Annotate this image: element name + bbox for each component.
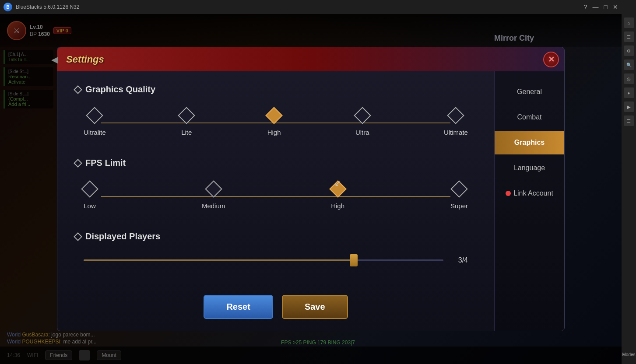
settings-nav: General Combat Graphics Language Link Ac… bbox=[494, 71, 564, 331]
fps-section-diamond-icon bbox=[74, 159, 82, 168]
help-button[interactable]: ? bbox=[584, 4, 587, 10]
quality-label-lite: Lite bbox=[181, 129, 192, 136]
quality-diamond-ultralite bbox=[86, 107, 104, 124]
section-diamond-icon bbox=[74, 85, 82, 94]
quality-diamond-high bbox=[265, 107, 283, 124]
settings-dialog: ◀ Settings ✕ Graphics Quality Ultralite bbox=[57, 47, 565, 331]
quality-label-high: High bbox=[267, 129, 281, 136]
nav-item-general[interactable]: General bbox=[495, 80, 564, 104]
close-button[interactable]: ✕ bbox=[613, 4, 618, 10]
players-slider-track[interactable] bbox=[84, 259, 443, 261]
nav-item-combat[interactable]: Combat bbox=[495, 105, 564, 129]
app-logo: B bbox=[4, 3, 12, 11]
quality-diamond-lite bbox=[178, 107, 195, 124]
quality-option-high[interactable]: High bbox=[267, 109, 281, 136]
fps-label-medium: Medium bbox=[202, 202, 225, 210]
settings-title: Settings bbox=[66, 54, 104, 65]
minimize-button[interactable]: — bbox=[593, 4, 599, 10]
quality-label-ultimate: Ultimate bbox=[444, 129, 468, 136]
nav-item-link-account[interactable]: Link Account bbox=[495, 182, 564, 205]
nav-item-graphics[interactable]: Graphics bbox=[495, 131, 564, 154]
quality-option-lite[interactable]: Lite bbox=[180, 109, 193, 136]
quality-option-ultra[interactable]: Ultra bbox=[355, 109, 369, 136]
reset-button[interactable]: Reset bbox=[204, 295, 273, 319]
bluestacks-sidebar: ⌂ ☰ ⚙ 🔍 ◎ ♦ ▶ ☰ Modes bbox=[622, 0, 636, 364]
players-title: Displayed Players bbox=[85, 231, 160, 242]
restore-button[interactable]: □ bbox=[604, 4, 608, 10]
nav-item-link-account-label: Link Account bbox=[513, 189, 553, 197]
settings-body: Graphics Quality Ultralite Lite High bbox=[57, 71, 564, 331]
fps-limit-title: FPS Limit bbox=[85, 158, 126, 168]
fps-line bbox=[101, 196, 450, 197]
quality-option-ultimate[interactable]: Ultimate bbox=[444, 109, 468, 136]
graphics-quality-header: Graphics Quality bbox=[75, 84, 477, 94]
window-controls: ? — □ ✕ bbox=[584, 4, 618, 10]
sidebar-icon-1[interactable]: ⌂ bbox=[624, 18, 634, 28]
settings-content: Graphics Quality Ultralite Lite High bbox=[57, 71, 494, 331]
fps-option-low[interactable]: Low bbox=[84, 183, 96, 210]
link-account-dot bbox=[506, 191, 511, 196]
modes-label: Modes bbox=[622, 352, 635, 364]
fps-selector: Low Medium ↙ High bbox=[75, 178, 477, 214]
fps-diamond-super bbox=[450, 180, 468, 198]
quality-option-ultralite[interactable]: Ultralite bbox=[84, 109, 106, 136]
sidebar-icon-4[interactable]: 🔍 bbox=[624, 60, 634, 70]
sidebar-icon-7[interactable]: ▶ bbox=[624, 102, 634, 112]
fps-label-low: Low bbox=[84, 202, 96, 210]
title-bar: B BlueStacks 5.6.0.1126 N32 ? — □ ✕ bbox=[0, 0, 622, 14]
quality-diamond-ultra bbox=[354, 107, 371, 124]
settings-close-button[interactable]: ✕ bbox=[543, 52, 559, 67]
fps-option-medium[interactable]: Medium bbox=[202, 183, 225, 210]
settings-header: ◀ Settings ✕ bbox=[57, 47, 564, 71]
fps-option-super[interactable]: Super bbox=[450, 183, 468, 210]
sidebar-icon-2[interactable]: ☰ bbox=[624, 32, 634, 42]
displayed-players-section: Displayed Players 3/4 bbox=[75, 231, 477, 269]
players-header: Displayed Players bbox=[75, 231, 477, 242]
graphics-quality-title: Graphics Quality bbox=[85, 84, 155, 94]
nav-arrow-icon: ◀ bbox=[51, 54, 58, 65]
nav-item-language[interactable]: Language bbox=[495, 156, 564, 180]
fps-limit-section: FPS Limit Low Medium bbox=[75, 158, 477, 214]
sidebar-icon-3[interactable]: ⚙ bbox=[624, 46, 634, 56]
players-slider-value: 3/4 bbox=[450, 256, 468, 264]
sidebar-icon-6[interactable]: ♦ bbox=[624, 88, 634, 98]
players-slider-row: 3/4 bbox=[75, 252, 477, 269]
fps-label-high: High bbox=[331, 202, 344, 210]
fps-diamond-medium bbox=[205, 180, 222, 198]
fps-diamond-high bbox=[329, 180, 347, 198]
fps-diamond-low bbox=[81, 180, 98, 198]
sidebar-icon-5[interactable]: ◎ bbox=[624, 74, 634, 84]
fps-option-high[interactable]: ↙ High bbox=[331, 183, 344, 210]
sidebar-icon-8[interactable]: ☰ bbox=[624, 116, 634, 126]
save-button[interactable]: Save bbox=[282, 295, 348, 319]
quality-label-ultra: Ultra bbox=[355, 129, 369, 136]
players-slider-thumb[interactable] bbox=[350, 254, 358, 266]
fps-limit-header: FPS Limit bbox=[75, 158, 477, 168]
quality-selector: Ultralite Lite High Ultra bbox=[75, 105, 477, 140]
players-diamond-icon bbox=[74, 232, 82, 241]
players-slider-fill bbox=[84, 259, 354, 261]
modal-overlay: ◀ Settings ✕ Graphics Quality Ultralite bbox=[0, 14, 622, 364]
quality-diamond-ultimate bbox=[447, 107, 465, 124]
action-buttons: Reset Save bbox=[75, 286, 477, 328]
app-title: BlueStacks 5.6.0.1126 N32 bbox=[16, 4, 79, 10]
fps-label-super: Super bbox=[450, 202, 468, 210]
quality-label-ultralite: Ultralite bbox=[84, 129, 106, 136]
